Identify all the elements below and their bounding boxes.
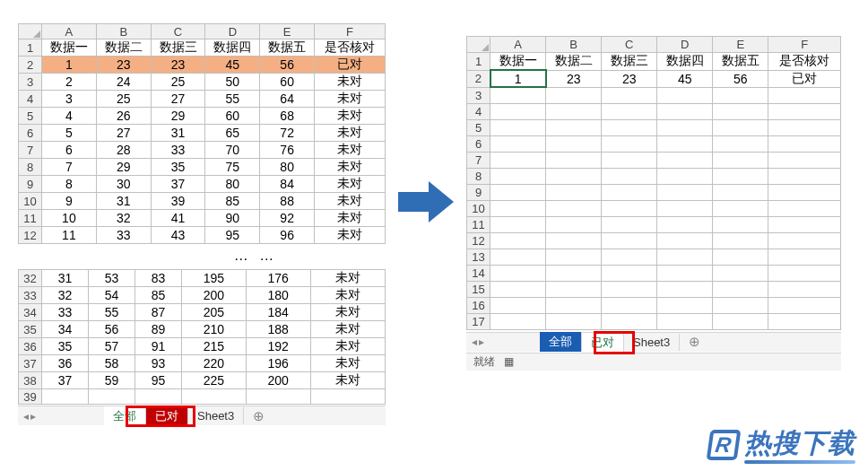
col-F[interactable]: F: [315, 24, 386, 39]
cell[interactable]: 195: [182, 270, 247, 287]
cell[interactable]: 35: [42, 338, 89, 355]
cell[interactable]: [713, 281, 768, 297]
cell[interactable]: 23: [546, 70, 602, 87]
cell[interactable]: 31: [151, 125, 205, 142]
cell[interactable]: 196: [246, 355, 310, 372]
cell[interactable]: [768, 265, 841, 281]
cell[interactable]: [490, 103, 546, 119]
cell[interactable]: 28: [96, 142, 151, 159]
cell[interactable]: [713, 168, 768, 184]
cell[interactable]: 未对: [315, 159, 386, 176]
cell[interactable]: [602, 281, 657, 297]
cell[interactable]: [546, 168, 602, 184]
cell[interactable]: 37: [42, 372, 89, 389]
row-1[interactable]: 1: [19, 39, 42, 57]
tab-quanbu[interactable]: 全部: [540, 332, 582, 352]
cell[interactable]: [768, 297, 841, 313]
cell[interactable]: 31: [42, 270, 89, 287]
row-4[interactable]: 4: [19, 91, 42, 108]
cell[interactable]: [490, 216, 546, 232]
row-17[interactable]: 17: [467, 313, 490, 329]
cell[interactable]: [713, 200, 768, 216]
cell[interactable]: 87: [135, 304, 182, 321]
cell[interactable]: 91: [135, 338, 182, 355]
cell[interactable]: 50: [205, 74, 260, 91]
cell[interactable]: [89, 389, 135, 405]
cell[interactable]: [657, 184, 713, 200]
cell[interactable]: 数据二: [546, 53, 602, 71]
cell[interactable]: 25: [96, 91, 151, 108]
cell[interactable]: 已对: [315, 57, 386, 74]
cell[interactable]: [768, 281, 841, 297]
col-B[interactable]: B: [96, 24, 151, 39]
cell[interactable]: [768, 152, 841, 168]
cell[interactable]: 215: [182, 338, 247, 355]
cell[interactable]: [657, 103, 713, 119]
cell[interactable]: 25: [151, 74, 205, 91]
cell[interactable]: 数据五: [713, 53, 768, 71]
cell[interactable]: 未对: [310, 304, 386, 321]
row-10[interactable]: 10: [467, 200, 490, 216]
row-5[interactable]: 5: [467, 119, 490, 135]
cell[interactable]: 23: [96, 57, 151, 74]
cell[interactable]: 188: [246, 321, 310, 338]
cell[interactable]: [713, 119, 768, 135]
cell[interactable]: [182, 389, 247, 405]
cell[interactable]: 未对: [310, 321, 386, 338]
cell[interactable]: 57: [89, 338, 135, 355]
cell[interactable]: 95: [135, 372, 182, 389]
cell[interactable]: [546, 249, 602, 265]
cell[interactable]: [768, 313, 841, 329]
cell[interactable]: 58: [89, 355, 135, 372]
col-A[interactable]: A: [490, 37, 546, 53]
cell[interactable]: 60: [205, 108, 260, 125]
cell[interactable]: [657, 135, 713, 152]
cell[interactable]: 11: [42, 227, 97, 244]
cell[interactable]: 210: [182, 321, 247, 338]
tab-next-icon[interactable]: ▸: [30, 410, 36, 423]
cell[interactable]: 31: [96, 193, 151, 210]
cell[interactable]: 未对: [310, 338, 386, 355]
row-33[interactable]: 33: [19, 287, 42, 304]
row-32[interactable]: 32: [19, 270, 42, 287]
cell[interactable]: [490, 249, 546, 265]
cell[interactable]: [713, 249, 768, 265]
cell[interactable]: 24: [96, 74, 151, 91]
cell[interactable]: 96: [260, 227, 315, 244]
cell[interactable]: 未对: [315, 193, 386, 210]
cell[interactable]: 29: [151, 108, 205, 125]
cell[interactable]: [657, 249, 713, 265]
cell[interactable]: [657, 313, 713, 329]
cell[interactable]: [602, 168, 657, 184]
cell[interactable]: [768, 249, 841, 265]
cell[interactable]: 53: [89, 270, 135, 287]
select-all-corner[interactable]: [467, 37, 490, 53]
row-15[interactable]: 15: [467, 281, 490, 297]
row-6[interactable]: 6: [467, 135, 490, 152]
cell[interactable]: 75: [205, 159, 260, 176]
cell[interactable]: 60: [260, 74, 315, 91]
cell[interactable]: [657, 232, 713, 249]
cell[interactable]: [42, 389, 89, 405]
cell[interactable]: 6: [42, 142, 97, 159]
cell[interactable]: 9: [42, 193, 97, 210]
row-2[interactable]: 2: [467, 70, 490, 87]
cell[interactable]: [713, 135, 768, 152]
cell[interactable]: [246, 389, 310, 405]
cell[interactable]: 数据一: [42, 39, 97, 57]
cell[interactable]: 未对: [310, 372, 386, 389]
cell[interactable]: 数据四: [657, 53, 713, 71]
col-C[interactable]: C: [151, 24, 205, 39]
cell[interactable]: [768, 200, 841, 216]
cell[interactable]: 89: [135, 321, 182, 338]
row-38[interactable]: 38: [19, 372, 42, 389]
cell[interactable]: 26: [96, 108, 151, 125]
cell[interactable]: [490, 119, 546, 135]
cell[interactable]: [546, 281, 602, 297]
cell[interactable]: [546, 87, 602, 103]
cell[interactable]: [657, 281, 713, 297]
cell[interactable]: 205: [182, 304, 247, 321]
tab-yidui[interactable]: 已对: [146, 406, 188, 426]
cell[interactable]: 未对: [315, 210, 386, 227]
cell[interactable]: [546, 103, 602, 119]
